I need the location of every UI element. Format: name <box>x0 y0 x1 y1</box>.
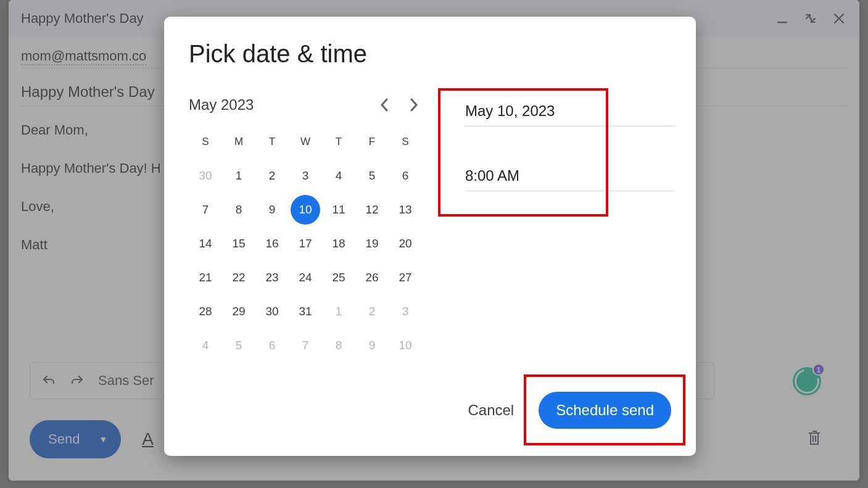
calendar-dow: M <box>222 125 255 159</box>
calendar-dow: S <box>389 125 422 159</box>
calendar-day[interactable]: 1 <box>222 159 255 192</box>
calendar-dow: T <box>255 125 289 159</box>
calendar-month-label: May 2023 <box>189 96 254 114</box>
calendar-day[interactable]: 30 <box>255 294 289 328</box>
calendar-day[interactable]: 4 <box>322 159 355 192</box>
calendar-day[interactable]: 1 <box>322 294 355 328</box>
calendar-day[interactable]: 25 <box>322 260 355 294</box>
calendar-day[interactable]: 11 <box>322 192 355 226</box>
calendar-day[interactable]: 15 <box>222 226 255 260</box>
calendar-day[interactable]: 8 <box>222 192 255 226</box>
calendar-day[interactable]: 9 <box>255 192 289 226</box>
calendar-day[interactable]: 7 <box>289 328 322 362</box>
calendar-day[interactable]: 7 <box>189 192 222 226</box>
calendar-day[interactable]: 9 <box>355 328 389 362</box>
prev-month-icon[interactable] <box>380 98 389 112</box>
calendar-day[interactable]: 28 <box>189 294 222 328</box>
calendar-day[interactable]: 29 <box>222 294 255 328</box>
calendar-day[interactable]: 10 <box>389 328 422 362</box>
calendar-day[interactable]: 21 <box>189 260 222 294</box>
calendar-day[interactable]: 8 <box>322 328 355 362</box>
calendar-day[interactable]: 2 <box>255 159 289 192</box>
calendar-day[interactable]: 6 <box>255 328 289 362</box>
datetime-fields: May 10, 2023 8:00 AM <box>422 96 675 362</box>
calendar-day[interactable]: 2 <box>355 294 389 328</box>
calendar-day[interactable]: 12 <box>355 192 389 226</box>
calendar-grid: SMTWTFS301234567891011121314151617181920… <box>189 125 422 362</box>
calendar-dow: T <box>322 125 355 159</box>
calendar-day[interactable]: 4 <box>189 328 222 362</box>
time-input[interactable]: 8:00 AM <box>465 163 675 191</box>
calendar-day[interactable]: 26 <box>355 260 389 294</box>
calendar-day[interactable]: 6 <box>389 159 422 192</box>
calendar-day[interactable]: 19 <box>355 226 389 260</box>
calendar-day[interactable]: 27 <box>389 260 422 294</box>
calendar: May 2023 SMTWTFS301234567891011121314151… <box>189 96 422 362</box>
calendar-day[interactable]: 16 <box>255 226 289 260</box>
schedule-modal: Pick date & time May 2023 SMTWTFS3012345… <box>164 17 696 456</box>
calendar-day[interactable]: 23 <box>255 260 289 294</box>
calendar-dow: W <box>289 125 322 159</box>
calendar-day[interactable]: 30 <box>189 159 222 192</box>
calendar-day[interactable]: 5 <box>222 328 255 362</box>
schedule-send-button[interactable]: Schedule send <box>539 392 671 429</box>
calendar-day[interactable]: 24 <box>289 260 322 294</box>
next-month-icon[interactable] <box>410 98 418 112</box>
calendar-day[interactable]: 13 <box>389 192 422 226</box>
calendar-day[interactable]: 18 <box>322 226 355 260</box>
calendar-day[interactable]: 5 <box>355 159 389 192</box>
calendar-dow: F <box>355 125 389 159</box>
calendar-day[interactable]: 3 <box>289 159 322 192</box>
calendar-dow: S <box>189 125 222 159</box>
modal-title: Pick date & time <box>189 40 671 68</box>
cancel-button[interactable]: Cancel <box>468 402 514 419</box>
calendar-day[interactable]: 14 <box>189 226 222 260</box>
calendar-day[interactable]: 20 <box>389 226 422 260</box>
calendar-day[interactable]: 17 <box>289 226 322 260</box>
date-input[interactable]: May 10, 2023 <box>465 99 675 126</box>
calendar-day[interactable]: 3 <box>389 294 422 328</box>
calendar-day[interactable]: 31 <box>289 294 322 328</box>
calendar-day[interactable]: 22 <box>222 260 255 294</box>
calendar-day[interactable]: 10 <box>291 195 320 225</box>
